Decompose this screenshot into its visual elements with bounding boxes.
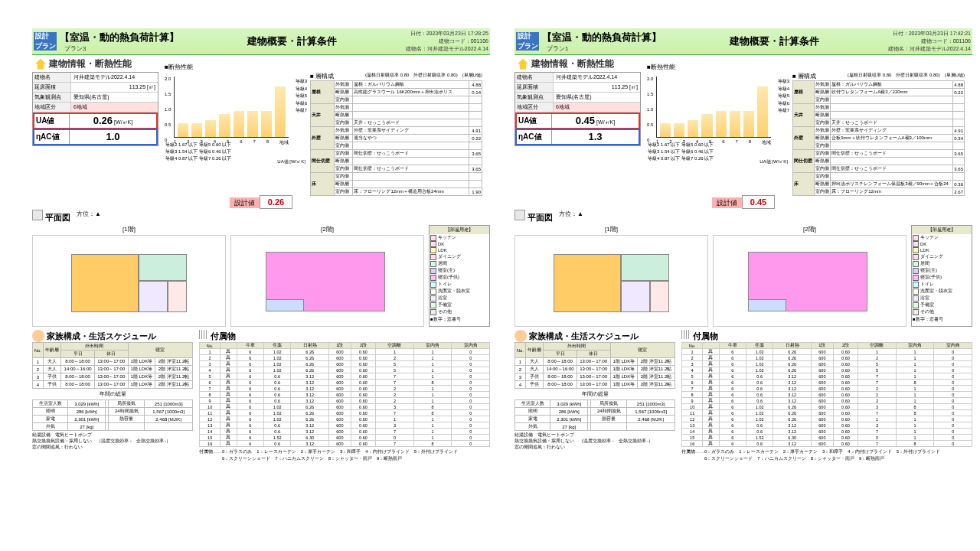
header-meta: 日付：2023年03月23日 17:28:25建物コード：001106建物名：河… [406,30,488,53]
people-icon [32,330,44,342]
insulation-chart: ■断熱性能 2.01.51.00.50 等級3等級4等級5等級6等級7 1234… [644,72,789,162]
family-schedule: 家族構成・生活スケジュール No.年齢層外出時間寝室平日休日1大人8:00～18… [32,330,193,462]
family-schedule: 家族構成・生活スケジュール No.年齢層外出時間寝室平日休日1大人8:00～18… [514,330,675,462]
insulation-chart: ■断熱性能 2.01.51.00.50 等級3等級4等級5等級6等級7 1234… [162,72,307,162]
section-building-info: 建物情報・断熱性能 [514,55,972,72]
design-value: 0.45 [742,195,775,209]
section-floorplan: 平面図 [32,210,70,223]
design-value: 0.26 [260,195,292,209]
page-title: 建物概要・計算条件 [179,34,406,48]
floorplan-1f [514,235,708,327]
header-meta: 日付：2023年03月23日 17:42:21建物コード：001106建物名：河… [888,30,971,53]
floorplan-1f [32,235,226,327]
ua-value: UA値0.45[W/㎡K] [515,112,640,129]
eta-ac-value: ηAC値1.3 [515,129,640,145]
floorplan-2f [230,235,424,327]
design-label: 設計値 [712,197,742,208]
room-legend: 【部屋用途】キッチンDKLDKダイニング居間寝室(主)寝室(子供)トイレ洗面室・… [429,225,490,327]
attachments: 付属物 No.牛車生薬日射熱1段2段空調離室内角室内角1真61.026.2660… [199,330,490,462]
building-table: 建物名河井建築モデル2022.4.14 延床面積113.25 [㎡] 気象観測点… [32,72,158,146]
app-title: 【室温・動的熱負荷計算】 [60,31,179,44]
floorplan-2f [713,235,906,327]
layer-table: 層構成(屋根日射吸収率 0.80 外壁日射吸収率 0.80) (単層U値) 屋根… [310,72,482,196]
building-table: 建物名河井建築モデル2022.4.14 延床面積113.25 [㎡] 気象観測点… [514,72,641,146]
logo-icon: 設計プラン [516,32,539,51]
logo-icon: 設計プラン [34,32,57,51]
report-g3: 設計プラン 【室温・動的熱負荷計算】プラン3 建物概要・計算条件 日付：2023… [32,28,490,462]
room-legend: 【部屋用途】キッチンDKLDKダイニング居間寝室(主)寝室(子供)トイレ洗面室・… [911,225,972,327]
header: 設計プラン 【室温・動的熱負荷計算】プラン3 建物概要・計算条件 日付：2023… [32,28,490,55]
people-icon [514,330,527,342]
section-floorplan: 平面図 [514,210,553,223]
layer-table: 層構成(屋根日射吸収率 0.80 外壁日射吸収率 0.80) (単層U値) 屋根… [792,72,965,196]
eta-ac-value: ηAC値1.0 [33,129,158,145]
report-g2: 設計プラン 【室温・動的熱負荷計算】プラン1 建物概要・計算条件 日付：2023… [514,28,972,462]
app-title: 【室温・動的熱負荷計算】 [542,31,662,44]
header: 設計プラン 【室温・動的熱負荷計算】プラン1 建物概要・計算条件 日付：2023… [514,28,972,55]
page-title: 建物概要・計算条件 [662,34,888,48]
attachments: 付属物 No.牛車生薬日射熱1段2段空調離室内角室内角1真61.026.2660… [681,330,972,462]
section-building-info: 建物情報・断熱性能 [32,55,490,72]
design-label: 設計値 [230,197,260,208]
ua-value: UA値0.26[W/㎡K] [33,112,158,129]
